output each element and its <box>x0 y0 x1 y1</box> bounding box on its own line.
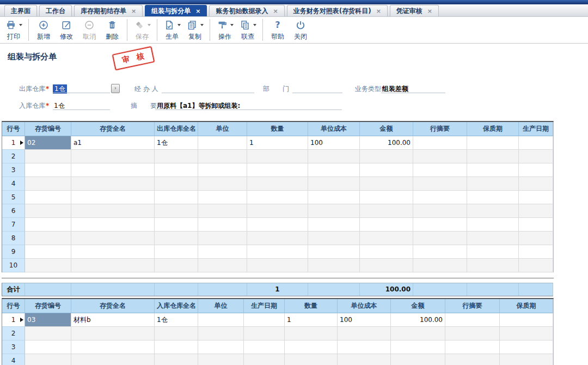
table-cell[interactable] <box>338 340 391 354</box>
table-cell[interactable] <box>155 204 198 218</box>
table-cell[interactable] <box>247 177 308 191</box>
table-cell[interactable] <box>391 354 445 365</box>
header-cell[interactable]: 保质期 <box>500 299 553 313</box>
table-cell[interactable] <box>500 327 553 340</box>
table-cell[interactable] <box>519 150 553 163</box>
table-cell[interactable] <box>247 163 308 177</box>
toolbar-button-add[interactable]: 新增 <box>32 18 55 42</box>
table-cell[interactable] <box>155 218 198 232</box>
table-cell[interactable] <box>25 191 71 204</box>
header-cell[interactable]: 存货编号 <box>25 122 71 136</box>
toolbar-button-operate[interactable]: 操作 <box>213 18 236 42</box>
row-number-cell[interactable]: 4 <box>2 177 25 191</box>
table-cell[interactable] <box>198 340 244 354</box>
toolbar-button-close[interactable]: 关闭 <box>289 18 312 42</box>
tab-assembly-split[interactable]: 组装与拆分单× <box>145 5 207 16</box>
table-cell[interactable] <box>519 163 553 177</box>
toolbar-button-print[interactable]: 打印 <box>2 18 25 42</box>
header-cell[interactable]: 生产日期 <box>519 122 553 136</box>
table-cell[interactable] <box>71 204 155 218</box>
tab-inventory-initial[interactable]: 库存期初结存单× <box>74 5 143 16</box>
table-cell[interactable] <box>25 354 71 365</box>
table-cell[interactable]: 100.00 <box>391 313 445 327</box>
selected-cell[interactable]: 02 <box>25 136 71 150</box>
header-cell[interactable]: 行号 <box>2 122 25 136</box>
table-cell[interactable] <box>467 163 519 177</box>
table-cell[interactable] <box>71 177 155 191</box>
table-cell[interactable] <box>467 136 519 150</box>
table-cell[interactable] <box>155 327 198 340</box>
table-cell[interactable] <box>198 218 247 232</box>
tab-close-icon[interactable]: × <box>376 8 381 14</box>
table-cell[interactable] <box>445 327 500 340</box>
table-cell[interactable] <box>467 232 519 245</box>
header-cell[interactable]: 存货全名 <box>71 122 155 136</box>
table-cell[interactable]: 材料b <box>71 313 155 327</box>
table-cell[interactable] <box>308 191 360 204</box>
table-cell[interactable] <box>25 340 71 354</box>
table-cell[interactable]: a1 <box>71 136 155 150</box>
table-cell[interactable] <box>71 327 155 340</box>
table-cell[interactable] <box>198 177 247 191</box>
table-cell[interactable] <box>71 232 155 245</box>
table-cell[interactable] <box>244 354 285 365</box>
table-cell[interactable] <box>519 259 553 272</box>
header-cell[interactable]: 出库仓库全名 <box>155 122 198 136</box>
table-cell[interactable] <box>247 232 308 245</box>
row-number-cell[interactable]: 4 <box>2 354 25 365</box>
header-cell[interactable]: 金额 <box>391 299 445 313</box>
table-cell[interactable] <box>360 150 413 163</box>
table-cell[interactable] <box>500 340 553 354</box>
table-cell[interactable] <box>198 232 247 245</box>
table-cell[interactable] <box>308 259 360 272</box>
header-cell[interactable]: 单位 <box>198 122 247 136</box>
row-number-cell[interactable]: 1 <box>2 313 25 327</box>
table-cell[interactable] <box>413 136 467 150</box>
table-cell[interactable] <box>413 150 467 163</box>
table-cell[interactable] <box>198 245 247 259</box>
table-cell[interactable] <box>71 245 155 259</box>
toolbar-button-linkquery[interactable]: 联查 <box>236 18 259 42</box>
table-cell[interactable] <box>25 259 71 272</box>
dropdown-caret-icon[interactable] <box>253 24 256 26</box>
table-cell[interactable]: 100 <box>338 313 391 327</box>
table-cell[interactable] <box>247 150 308 163</box>
table-cell[interactable] <box>198 191 247 204</box>
table-cell[interactable]: 1仓 <box>155 136 198 150</box>
table-cell[interactable] <box>308 163 360 177</box>
table-cell[interactable] <box>519 245 553 259</box>
header-cell[interactable]: 入库仓库全名 <box>155 299 198 313</box>
row-number-cell[interactable]: 2 <box>2 150 25 163</box>
table-cell[interactable] <box>198 354 244 365</box>
header-cell[interactable]: 数量 <box>247 122 308 136</box>
table-cell[interactable] <box>413 177 467 191</box>
toolbar-button-save[interactable]: 保存 <box>131 18 154 42</box>
table-cell[interactable] <box>155 245 198 259</box>
row-number-cell[interactable]: 5 <box>2 191 25 204</box>
table-cell[interactable] <box>391 327 445 340</box>
table-cell[interactable] <box>25 327 71 340</box>
lookup-button[interactable]: › <box>111 84 120 93</box>
table-cell[interactable] <box>360 177 413 191</box>
table-cell[interactable] <box>360 218 413 232</box>
table-cell[interactable] <box>25 150 71 163</box>
header-cell[interactable]: 单位 <box>198 299 244 313</box>
tab-voucher-audit[interactable]: 凭证审核× <box>390 5 439 16</box>
table-cell[interactable] <box>25 177 71 191</box>
table-cell[interactable] <box>519 191 553 204</box>
table-cell[interactable] <box>155 191 198 204</box>
table-cell[interactable] <box>308 218 360 232</box>
row-number-cell[interactable]: 3 <box>2 340 25 354</box>
tab-workbench[interactable]: 工作台 <box>39 5 72 16</box>
table-cell[interactable] <box>71 191 155 204</box>
header-cell[interactable]: 行号 <box>2 299 25 313</box>
table-cell[interactable] <box>308 177 360 191</box>
table-cell[interactable] <box>244 313 285 327</box>
table-cell[interactable] <box>71 218 155 232</box>
table-cell[interactable] <box>198 327 244 340</box>
table-cell[interactable] <box>391 340 445 354</box>
table-cell[interactable] <box>247 259 308 272</box>
department-input[interactable] <box>292 93 342 93</box>
table-cell[interactable] <box>247 204 308 218</box>
table-cell[interactable] <box>25 163 71 177</box>
